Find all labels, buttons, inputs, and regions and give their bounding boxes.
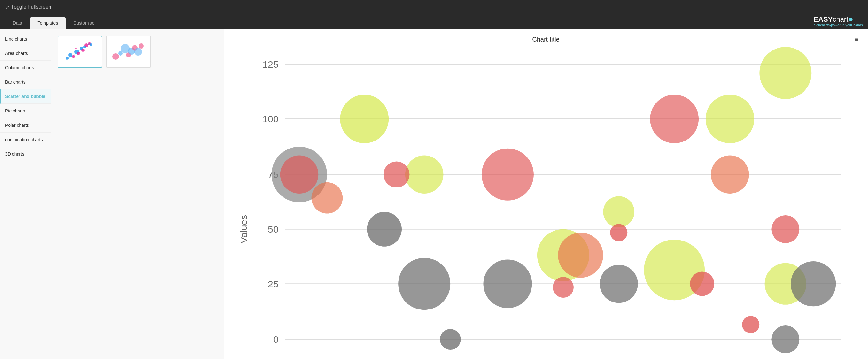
svg-point-68 bbox=[650, 95, 699, 143]
svg-point-58 bbox=[772, 325, 799, 353]
templates-panel: ✦ ✦ ✦ bbox=[51, 29, 224, 359]
logo-easy: EASY bbox=[813, 15, 833, 23]
sidebar: Line charts Area charts Column charts Ba… bbox=[0, 29, 51, 359]
svg-point-57 bbox=[599, 265, 638, 303]
chart-menu-button[interactable]: ≡ bbox=[855, 36, 859, 43]
svg-point-69 bbox=[690, 272, 714, 296]
chart-area: .axis-label { font-size: 11px; fill: #66… bbox=[233, 46, 859, 359]
svg-point-50 bbox=[760, 47, 811, 99]
logo: EASYchart● highcharts-power in your hand… bbox=[813, 15, 863, 29]
svg-point-21 bbox=[134, 48, 142, 56]
svg-point-47 bbox=[603, 196, 634, 227]
svg-text:Values: Values bbox=[239, 215, 249, 243]
svg-text:125: 125 bbox=[262, 59, 278, 70]
chart-panel: Chart title ≡ .axis-label { font-size: 1… bbox=[224, 29, 868, 359]
svg-point-1 bbox=[68, 53, 72, 57]
svg-point-71 bbox=[742, 316, 760, 333]
svg-point-10 bbox=[90, 43, 92, 46]
svg-text:✦: ✦ bbox=[80, 44, 82, 46]
svg-point-64 bbox=[482, 149, 534, 201]
main-layout: Line charts Area charts Column charts Ba… bbox=[0, 29, 868, 359]
svg-point-67 bbox=[610, 224, 627, 241]
svg-point-59 bbox=[790, 261, 836, 306]
sidebar-item-line[interactable]: Line charts bbox=[0, 32, 51, 46]
tab-customise[interactable]: Customise bbox=[65, 17, 102, 29]
svg-text:100: 100 bbox=[262, 114, 278, 124]
sidebar-item-area[interactable]: Area charts bbox=[0, 46, 51, 61]
sidebar-item-bar[interactable]: Bar charts bbox=[0, 75, 51, 90]
svg-point-6 bbox=[82, 48, 85, 52]
tab-data[interactable]: Data bbox=[5, 17, 30, 29]
svg-point-65 bbox=[553, 277, 574, 298]
chart-header: Chart title ≡ bbox=[233, 36, 859, 43]
svg-point-53 bbox=[367, 212, 402, 247]
svg-point-0 bbox=[65, 57, 69, 60]
svg-text:0: 0 bbox=[273, 334, 279, 345]
fullscreen-label: Toggle Fullscreen bbox=[11, 4, 51, 10]
sidebar-item-scatter[interactable]: Scatter and bubble bbox=[0, 90, 51, 104]
svg-point-66 bbox=[558, 232, 603, 278]
content-area: ✦ ✦ ✦ bbox=[51, 29, 868, 359]
tab-templates[interactable]: Templates bbox=[30, 17, 66, 29]
svg-point-63 bbox=[383, 162, 410, 188]
svg-text:25: 25 bbox=[268, 279, 278, 289]
fullscreen-icon: ⤢ bbox=[5, 4, 9, 10]
svg-text:50: 50 bbox=[268, 224, 278, 234]
sidebar-item-combination[interactable]: combination charts bbox=[0, 133, 51, 147]
sidebar-item-3d[interactable]: 3D charts bbox=[0, 147, 51, 161]
sidebar-item-pie[interactable]: Pie charts bbox=[0, 104, 51, 118]
svg-point-62 bbox=[312, 183, 343, 214]
logo-tagline: highcharts-power in your hands bbox=[813, 24, 863, 27]
svg-point-22 bbox=[139, 43, 144, 48]
svg-point-4 bbox=[77, 52, 80, 55]
template-bubble-1[interactable] bbox=[106, 36, 151, 68]
svg-text:✦: ✦ bbox=[87, 41, 89, 43]
svg-point-70 bbox=[711, 156, 749, 194]
bubble-chart-svg: .axis-label { font-size: 11px; fill: #66… bbox=[233, 46, 859, 359]
template-scatter-1[interactable]: ✦ ✦ ✦ bbox=[58, 36, 102, 68]
svg-point-61 bbox=[280, 156, 319, 194]
logo-chart: chart bbox=[833, 15, 848, 23]
svg-point-54 bbox=[398, 258, 450, 310]
svg-point-16 bbox=[118, 51, 123, 56]
svg-point-44 bbox=[340, 95, 389, 143]
svg-point-56 bbox=[483, 260, 532, 308]
svg-point-72 bbox=[772, 215, 799, 243]
templates-grid: ✦ ✦ ✦ bbox=[58, 36, 217, 68]
svg-point-45 bbox=[405, 156, 443, 194]
sidebar-item-column[interactable]: Column charts bbox=[0, 61, 51, 75]
sidebar-item-polar[interactable]: Polar charts bbox=[0, 118, 51, 133]
svg-point-49 bbox=[706, 95, 754, 143]
topbar: ⤢ Toggle Fullscreen bbox=[0, 0, 868, 14]
svg-point-2 bbox=[72, 55, 75, 58]
svg-text:✦: ✦ bbox=[75, 47, 77, 50]
svg-point-15 bbox=[113, 53, 119, 60]
tabbar: Data Templates Customise EASYchart● high… bbox=[0, 14, 868, 29]
logo-dot: ● bbox=[848, 14, 853, 24]
svg-point-55 bbox=[440, 329, 461, 350]
svg-point-8 bbox=[84, 43, 88, 47]
fullscreen-button[interactable]: ⤢ Toggle Fullscreen bbox=[5, 4, 51, 10]
chart-title: Chart title bbox=[532, 36, 560, 43]
